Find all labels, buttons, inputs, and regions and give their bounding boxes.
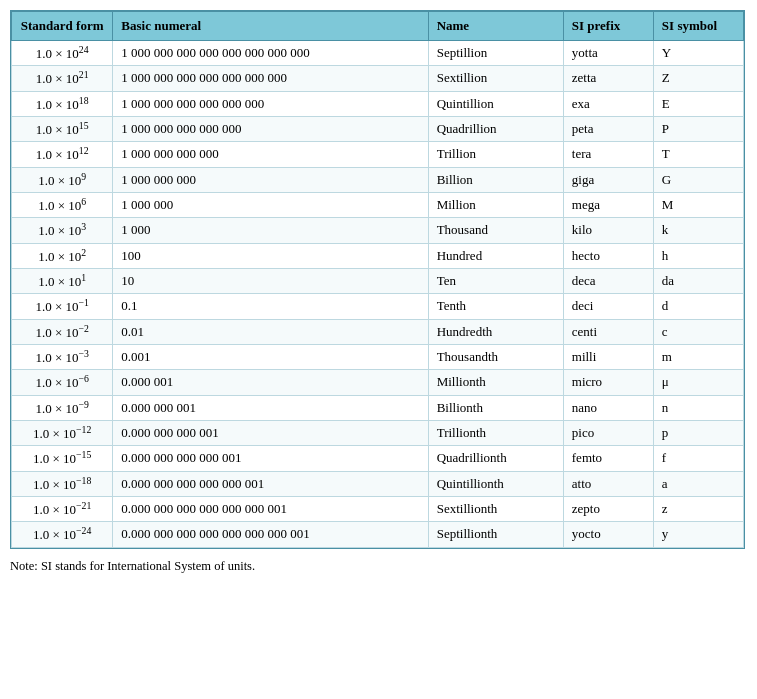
cell-standard-form: 1.0 × 106: [12, 192, 113, 217]
cell-symbol: p: [653, 420, 743, 445]
cell-symbol: μ: [653, 370, 743, 395]
cell-prefix: atto: [563, 471, 653, 496]
cell-name: Thousand: [428, 218, 563, 243]
cell-symbol: Y: [653, 41, 743, 66]
cell-standard-form: 1.0 × 103: [12, 218, 113, 243]
cell-prefix: giga: [563, 167, 653, 192]
cell-basic-numeral: 1 000: [113, 218, 428, 243]
cell-standard-form: 1.0 × 10−15: [12, 446, 113, 471]
cell-symbol: E: [653, 91, 743, 116]
table-row: 1.0 × 10241 000 000 000 000 000 000 000 …: [12, 41, 744, 66]
cell-standard-form: 1.0 × 10−24: [12, 522, 113, 547]
cell-basic-numeral: 0.000 000 000 000 000 000 000 001: [113, 522, 428, 547]
cell-basic-numeral: 0.01: [113, 319, 428, 344]
cell-name: Hundred: [428, 243, 563, 268]
cell-symbol: P: [653, 116, 743, 141]
cell-basic-numeral: 0.000 000 001: [113, 395, 428, 420]
cell-symbol: Z: [653, 66, 743, 91]
cell-name: Hundredth: [428, 319, 563, 344]
cell-standard-form: 1.0 × 10−12: [12, 420, 113, 445]
cell-standard-form: 1.0 × 10−1: [12, 294, 113, 319]
cell-standard-form: 1.0 × 10−3: [12, 344, 113, 369]
cell-prefix: yocto: [563, 522, 653, 547]
cell-name: Septillion: [428, 41, 563, 66]
cell-symbol: n: [653, 395, 743, 420]
table-row: 1.0 × 10−180.000 000 000 000 000 001Quin…: [12, 471, 744, 496]
cell-name: Quadrillionth: [428, 446, 563, 471]
cell-symbol: T: [653, 142, 743, 167]
table-row: 1.0 × 10151 000 000 000 000 000Quadrilli…: [12, 116, 744, 141]
cell-symbol: y: [653, 522, 743, 547]
cell-name: Sextillionth: [428, 496, 563, 521]
cell-basic-numeral: 0.000 000 000 000 000 000 001: [113, 496, 428, 521]
cell-name: Quadrillion: [428, 116, 563, 141]
si-prefix-table: Standard form Basic numeral Name SI pref…: [10, 10, 745, 549]
cell-prefix: centi: [563, 319, 653, 344]
cell-standard-form: 1.0 × 102: [12, 243, 113, 268]
table-row: 1.0 × 10−10.1Tenthdecid: [12, 294, 744, 319]
cell-symbol: d: [653, 294, 743, 319]
table-row: 1.0 × 10110Tendecada: [12, 268, 744, 293]
header-si-symbol: SI symbol: [653, 12, 743, 41]
cell-prefix: zepto: [563, 496, 653, 521]
table-row: 1.0 × 1061 000 000MillionmegaM: [12, 192, 744, 217]
cell-name: Trillionth: [428, 420, 563, 445]
cell-prefix: milli: [563, 344, 653, 369]
cell-basic-numeral: 1 000 000 000 000: [113, 142, 428, 167]
cell-name: Thousandth: [428, 344, 563, 369]
cell-prefix: deci: [563, 294, 653, 319]
cell-prefix: exa: [563, 91, 653, 116]
table-row: 1.0 × 10−30.001Thousandthmillim: [12, 344, 744, 369]
cell-basic-numeral: 1 000 000 000: [113, 167, 428, 192]
cell-standard-form: 1.0 × 1021: [12, 66, 113, 91]
cell-prefix: mega: [563, 192, 653, 217]
cell-basic-numeral: 100: [113, 243, 428, 268]
cell-standard-form: 1.0 × 1012: [12, 142, 113, 167]
cell-name: Billion: [428, 167, 563, 192]
cell-basic-numeral: 1 000 000 000 000 000 000: [113, 91, 428, 116]
header-si-prefix: SI prefix: [563, 12, 653, 41]
table-row: 1.0 × 10−90.000 000 001Billionthnanon: [12, 395, 744, 420]
cell-symbol: a: [653, 471, 743, 496]
cell-basic-numeral: 1 000 000 000 000 000: [113, 116, 428, 141]
cell-standard-form: 1.0 × 10−21: [12, 496, 113, 521]
cell-basic-numeral: 1 000 000 000 000 000 000 000: [113, 66, 428, 91]
cell-standard-form: 1.0 × 10−18: [12, 471, 113, 496]
cell-symbol: M: [653, 192, 743, 217]
cell-standard-form: 1.0 × 10−2: [12, 319, 113, 344]
table-row: 1.0 × 10181 000 000 000 000 000 000Quint…: [12, 91, 744, 116]
cell-symbol: h: [653, 243, 743, 268]
cell-symbol: c: [653, 319, 743, 344]
table-note: Note: SI stands for International System…: [10, 559, 747, 574]
cell-standard-form: 1.0 × 1024: [12, 41, 113, 66]
table-row: 1.0 × 10−210.000 000 000 000 000 000 001…: [12, 496, 744, 521]
cell-prefix: yotta: [563, 41, 653, 66]
cell-prefix: tera: [563, 142, 653, 167]
cell-prefix: kilo: [563, 218, 653, 243]
cell-standard-form: 1.0 × 1015: [12, 116, 113, 141]
cell-basic-numeral: 1 000 000: [113, 192, 428, 217]
cell-prefix: femto: [563, 446, 653, 471]
cell-name: Millionth: [428, 370, 563, 395]
header-name: Name: [428, 12, 563, 41]
cell-standard-form: 1.0 × 10−9: [12, 395, 113, 420]
cell-symbol: z: [653, 496, 743, 521]
table-row: 1.0 × 1091 000 000 000BilliongigaG: [12, 167, 744, 192]
cell-basic-numeral: 0.1: [113, 294, 428, 319]
cell-prefix: micro: [563, 370, 653, 395]
table-row: 1.0 × 10211 000 000 000 000 000 000 000S…: [12, 66, 744, 91]
cell-basic-numeral: 0.000 000 000 001: [113, 420, 428, 445]
cell-standard-form: 1.0 × 109: [12, 167, 113, 192]
cell-basic-numeral: 0.000 001: [113, 370, 428, 395]
cell-prefix: deca: [563, 268, 653, 293]
cell-standard-form: 1.0 × 10−6: [12, 370, 113, 395]
table-row: 1.0 × 10−20.01Hundredthcentic: [12, 319, 744, 344]
cell-name: Trillion: [428, 142, 563, 167]
cell-prefix: pico: [563, 420, 653, 445]
table-row: 1.0 × 10−120.000 000 000 001Trillionthpi…: [12, 420, 744, 445]
cell-name: Tenth: [428, 294, 563, 319]
table-row: 1.0 × 10−150.000 000 000 000 001Quadrill…: [12, 446, 744, 471]
table-row: 1.0 × 10−60.000 001Millionthmicroμ: [12, 370, 744, 395]
cell-standard-form: 1.0 × 101: [12, 268, 113, 293]
cell-prefix: nano: [563, 395, 653, 420]
